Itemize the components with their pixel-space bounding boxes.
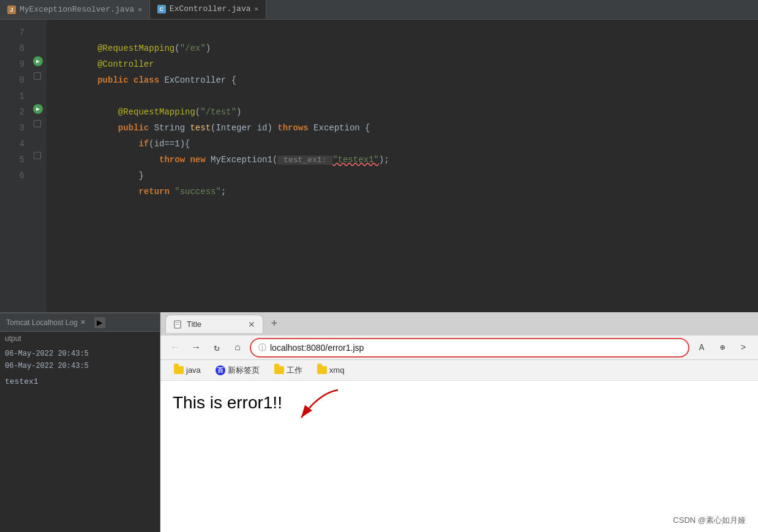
console-output-value: testex1 — [0, 376, 160, 388]
tab-label-active: ExController.java — [170, 4, 251, 13]
ide-area: J MyExceptionResolver.java ✕ C ExControl… — [0, 0, 758, 312]
tab-excontroller[interactable]: C ExController.java ✕ — [150, 0, 266, 19]
address-bar-container[interactable]: ⓘ — [250, 338, 689, 358]
address-input[interactable] — [270, 343, 681, 353]
console-tab-label: Tomcat Localhost Log — [6, 318, 78, 327]
page-icon — [173, 320, 182, 329]
folder-icon — [174, 366, 184, 374]
bookmark-work[interactable]: 工作 — [268, 362, 309, 378]
bottom-section: Tomcat Localhost Log ✕ ▶ utput 06-May-20… — [0, 312, 758, 532]
line-numbers: 7 8 9 0 1 2 3 4 5 6 — [0, 20, 31, 312]
browser-nav-bar: ← → ↻ ⌂ ⓘ A ⊕ > — [160, 335, 758, 360]
read-mode-button[interactable]: A — [693, 339, 710, 356]
console-tab-bar: Tomcat Localhost Log ✕ ▶ — [0, 313, 160, 332]
info-icon: ⓘ — [258, 342, 266, 353]
bookmark-java-label: java — [186, 365, 201, 375]
annotation: @RequestMapping — [97, 43, 174, 53]
bookmark-xmq[interactable]: xmq — [311, 363, 351, 377]
browser-tab-bar: Title ✕ + — [160, 312, 758, 335]
console-line-2: 06-May-2022 20:43:5 — [5, 360, 155, 372]
browser-tab-close-icon[interactable]: ✕ — [248, 320, 255, 329]
browser-tab-title: Title — [187, 320, 201, 329]
tomcat-log-tab[interactable]: Tomcat Localhost Log ✕ — [0, 313, 92, 331]
refresh-button[interactable]: ↻ — [208, 339, 225, 356]
bookmark-java[interactable]: java — [168, 363, 207, 377]
breakpoint-arrow-3 — [34, 152, 41, 159]
red-arrow-annotation — [283, 387, 356, 427]
tab-bar: J MyExceptionResolver.java ✕ C ExControl… — [0, 0, 758, 20]
java-file-icon-c: C — [157, 5, 166, 13]
browser-content: This is error1!! CSDN @素心如月娅 — [160, 381, 758, 532]
forward-button[interactable]: → — [187, 339, 205, 356]
console-content: 06-May-2022 20:43:5 06-May-2022 20:43:5 — [0, 344, 160, 376]
run-icon[interactable]: ▶ — [33, 56, 43, 66]
folder-icon-xmq — [317, 366, 327, 374]
folder-icon-work — [274, 366, 284, 374]
bookmarks-bar: java 百 新标签页 工作 xmq — [160, 360, 758, 381]
new-tab-button[interactable]: + — [266, 315, 283, 332]
zoom-button[interactable]: ⊕ — [714, 339, 731, 356]
bookmark-baidu-label: 新标签页 — [228, 365, 260, 376]
console-panel: Tomcat Localhost Log ✕ ▶ utput 06-May-20… — [0, 312, 160, 532]
code-area: 7 8 9 0 1 2 3 4 5 6 ▶ ▶ @RequestMapping(… — [0, 20, 758, 312]
back-button[interactable]: ← — [167, 339, 184, 356]
browser-panel: Title ✕ + ← → ↻ ⌂ ⓘ A — [160, 312, 758, 532]
tab-label: MyExceptionResolver.java — [20, 5, 134, 14]
tab-myexceptionresolver[interactable]: J MyExceptionResolver.java ✕ — [0, 0, 150, 19]
error-page-text: This is error1!! — [173, 393, 746, 413]
java-file-icon: J — [7, 6, 16, 14]
gutter: ▶ ▶ — [31, 20, 47, 312]
code-content[interactable]: @RequestMapping("/ex") @Controller publi… — [47, 20, 758, 312]
home-button[interactable]: ⌂ — [229, 339, 246, 356]
bookmark-baidu[interactable]: 百 新标签页 — [209, 362, 266, 378]
code-line-6: return "success"; — [56, 168, 748, 184]
watermark: CSDN @素心如月娅 — [673, 515, 746, 526]
code-line-1: @RequestMapping("/test") — [56, 88, 748, 104]
code-line-9: public class ExController { — [56, 56, 748, 72]
close-icon-active[interactable]: ✕ — [254, 5, 258, 13]
more-button[interactable]: > — [735, 339, 752, 356]
bookmark-work-label: 工作 — [287, 365, 302, 376]
close-icon[interactable]: ✕ — [138, 6, 142, 13]
console-line-1: 06-May-2022 20:43:5 — [5, 348, 155, 360]
console-expand-btn[interactable]: ▶ — [94, 317, 105, 328]
breakpoint-arrow — [34, 72, 41, 80]
console-tab-close[interactable]: ✕ — [80, 318, 86, 326]
baidu-icon: 百 — [216, 365, 225, 375]
run-icon-2[interactable]: ▶ — [33, 104, 43, 114]
code-line-7: @RequestMapping("/ex") — [56, 24, 748, 40]
breakpoint-arrow-2 — [34, 120, 41, 127]
output-label: utput — [0, 332, 160, 344]
bookmark-xmq-label: xmq — [329, 365, 345, 375]
browser-tab[interactable]: Title ✕ — [165, 315, 263, 333]
